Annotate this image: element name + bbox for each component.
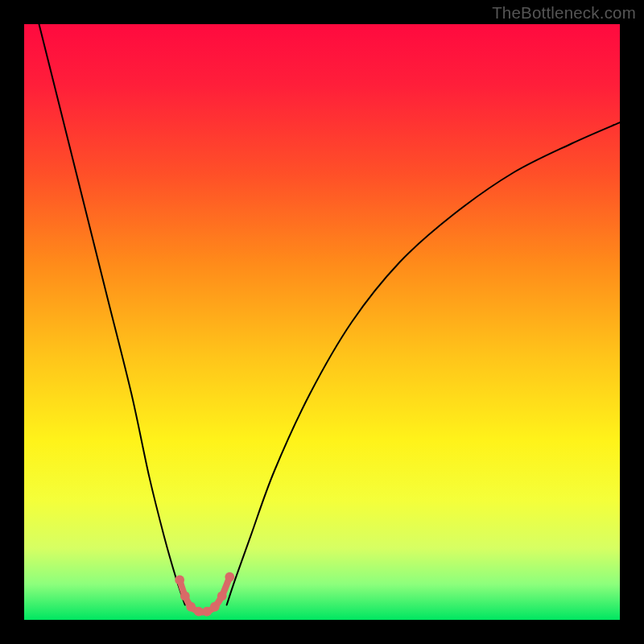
valley-marker <box>194 607 204 617</box>
plot-area <box>24 24 620 620</box>
valley-marker <box>180 591 190 601</box>
valley-marker <box>175 576 184 585</box>
valley-marker <box>225 572 234 582</box>
valley-marker <box>217 591 227 601</box>
chart-svg <box>24 24 620 620</box>
valley-marker <box>210 602 220 612</box>
watermark-text: TheBottleneck.com <box>492 3 636 23</box>
chart-stage: TheBottleneck.com <box>0 0 644 644</box>
